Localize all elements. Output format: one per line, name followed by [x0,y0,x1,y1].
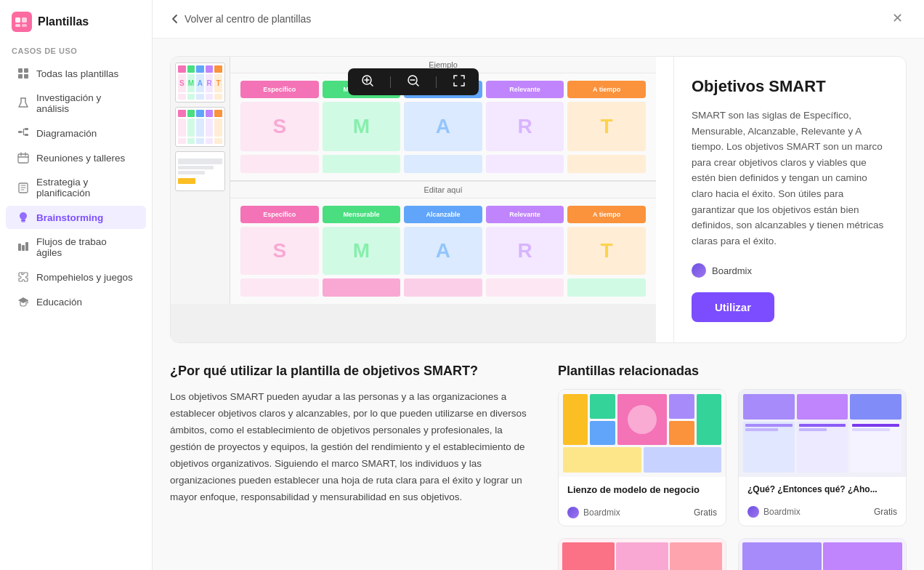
puzzle-icon [17,271,29,283]
sidebar-item-flujos-label: Flujos de trabao ágiles [36,236,134,258]
svg-rect-12 [18,154,28,163]
zoom-out-button[interactable] [402,73,424,91]
svg-rect-6 [24,68,28,73]
sidebar-item-brainstorming[interactable]: Brainstorming [6,206,146,229]
related-card-2-info: Boardmix Gratis [739,499,906,525]
svg-rect-7 [18,74,23,79]
related-card-4-thumb [739,539,906,570]
sidebar-item-reuniones-label: Reuniones y talleres [36,153,125,164]
related-card-1-title: Lienzo de modelo de negocio [559,477,726,495]
zoom-divider-2 [436,76,437,88]
back-link-label: Volver al centro de plantillas [185,13,311,25]
clipboard-icon [17,182,29,193]
zoom-in-button[interactable] [357,73,378,91]
related-boardmix-icon-1 [567,507,579,518]
sidebar-item-diagramacion[interactable]: Diagramación [6,121,146,145]
agile-icon [17,241,29,253]
grid-icon [17,68,29,79]
app-logo-icon [12,12,32,32]
related-author-1: Boardmix [583,507,620,518]
related-price-1: Gratis [694,507,717,518]
sidebar-item-todas[interactable]: Todas las plantillas [6,62,146,85]
back-link[interactable]: Volver al centro de plantillas [170,13,311,25]
content-area: S M A R T [153,39,924,570]
svg-rect-11 [25,134,28,136]
sidebar: Plantillas Casos de uso Todas las planti… [0,0,153,570]
sidebar-item-educacion-label: Educación [36,297,82,308]
sidebar-item-estrategia-label: Estrategia y planificación [36,177,134,198]
related-card-2[interactable]: ¿Qué? ¿Entonces qué? ¿Aho... Boardmix Gr… [738,389,907,526]
why-text: Los objetivos SMART pueden ayudar a las … [170,389,529,506]
sidebar-section-label: Casos de uso [0,47,152,61]
sidebar-item-diagramacion-label: Diagramación [36,128,97,139]
svg-rect-0 [12,12,32,32]
related-grid: Lienzo de modelo de negocio Boardmix Gra… [558,389,907,570]
author-row: Boardmix [692,263,888,278]
main-content: Volver al centro de plantillas ✕ [153,0,924,570]
beaker-icon [17,97,29,109]
svg-rect-4 [22,24,27,27]
svg-rect-15 [22,245,25,251]
thumbnail-2[interactable] [175,107,225,147]
bottom-section: ¿Por qué utilizar la plantilla de objeti… [170,364,907,570]
info-panel: Objetivos SMART SMART son las siglas de … [673,57,906,342]
svg-rect-5 [18,68,23,73]
use-template-button[interactable]: Utilizar [692,292,774,322]
edit-label: Editar aquí [230,181,656,198]
svg-rect-3 [15,24,20,27]
related-boardmix-icon-2 [747,506,759,518]
calendar-icon [17,152,29,164]
boardmix-logo-icon [692,263,706,278]
related-card-1-thumb [559,390,726,477]
svg-rect-16 [25,242,28,251]
graduation-icon [17,296,29,308]
sidebar-item-rompehielos[interactable]: Rompehielos y juegos [6,265,146,289]
thumbnail-1[interactable]: S M A R T [175,63,225,103]
zoom-divider [390,76,391,88]
diagram-icon [17,127,29,139]
related-card-2-author: Boardmix [747,506,801,518]
related-card-2-title: ¿Qué? ¿Entonces qué? ¿Aho... [739,477,906,494]
template-top-section: S M A R T [170,56,907,343]
related-card-1-author: Boardmix [567,507,620,518]
app-logo: Plantillas [0,12,152,47]
sidebar-item-educacion[interactable]: Educación [6,290,146,313]
sidebar-item-reuniones[interactable]: Reuniones y talleres [6,146,146,169]
related-card-3-thumb [559,539,726,570]
related-title: Plantillas relacionadas [558,364,907,379]
svg-rect-1 [15,17,20,23]
sidebar-item-investigacion-label: Investigación y análisis [36,92,134,114]
related-section: Plantillas relacionadas [558,364,907,570]
slide-edit: Editar aquí Específico Mensurable Alcanz… [230,181,656,305]
related-card-1[interactable]: Lienzo de modelo de negocio Boardmix Gra… [558,389,726,526]
why-section: ¿Por qué utilizar la plantilla de objeti… [170,364,529,570]
thumbnail-3[interactable] [175,151,225,191]
related-price-2: Gratis [874,507,897,517]
thumbnail-strip: S M A R T [171,57,230,304]
close-button[interactable]: ✕ [892,12,907,26]
why-title: ¿Por qué utilizar la plantilla de objeti… [170,364,529,379]
svg-rect-8 [24,74,28,79]
svg-rect-9 [18,131,22,133]
svg-rect-10 [25,128,28,130]
back-arrow-icon [170,14,180,24]
related-card-3[interactable] [558,538,726,570]
sidebar-item-todas-label: Todas las plantillas [36,68,118,79]
svg-rect-14 [18,244,21,251]
template-description: SMART son las siglas de Específico, Mens… [692,108,888,249]
sidebar-item-brainstorming-label: Brainstorming [36,212,103,223]
sidebar-item-flujos[interactable]: Flujos de trabao ágiles [6,230,146,264]
topbar: Volver al centro de plantillas ✕ [153,0,924,39]
related-card-1-info: Boardmix Gratis [559,499,726,526]
sidebar-item-investigacion[interactable]: Investigación y análisis [6,87,146,120]
related-card-4[interactable] [738,538,907,570]
fullscreen-button[interactable] [448,73,470,91]
author-name: Boardmix [712,265,752,276]
bulb-icon [17,212,29,223]
related-author-2: Boardmix [763,507,801,517]
related-card-2-thumb [739,390,906,477]
sidebar-item-estrategia[interactable]: Estrategia y planificación [6,171,146,204]
template-title: Objetivos SMART [692,77,888,96]
svg-rect-2 [22,17,27,23]
sidebar-item-rompehielos-label: Rompehielos y juegos [36,272,133,283]
